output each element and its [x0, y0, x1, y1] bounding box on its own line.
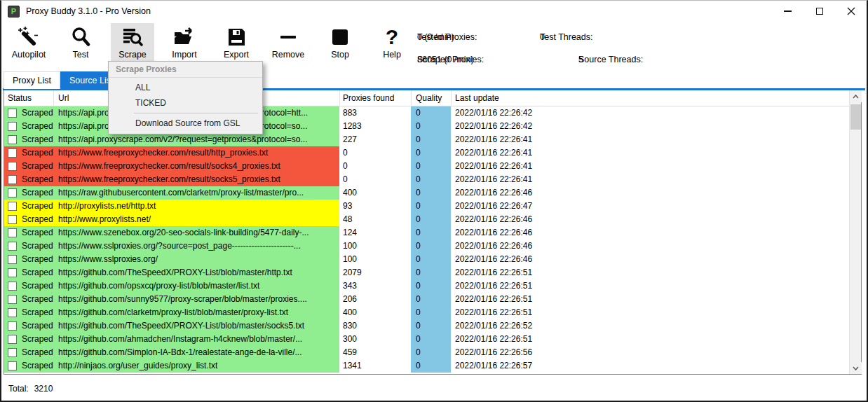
- row-last-update: 2022/01/16 22:26:51: [455, 334, 532, 344]
- menu-item-all[interactable]: ALL: [109, 80, 262, 95]
- table-row[interactable]: Scraped https://www.freeproxychecker.com…: [4, 160, 849, 173]
- row-checkbox[interactable]: [8, 228, 17, 237]
- row-proxies-found: 883: [343, 108, 357, 118]
- menu-item-ticked[interactable]: TICKED: [109, 95, 262, 111]
- row-status-label: Scraped: [22, 241, 53, 251]
- scrape-dropdown-menu: Scrape Proxies ALL TICKED Download Sourc…: [108, 61, 263, 134]
- row-status-label: Scraped: [22, 254, 53, 264]
- total-count: Total:3210: [8, 384, 53, 394]
- table-row[interactable]: Scraped https://github.com/opsxcq/proxy-…: [4, 279, 849, 293]
- row-checkbox[interactable]: [8, 109, 17, 118]
- row-last-update: 2022/01/16 22:26:56: [455, 347, 532, 357]
- row-checkbox[interactable]: [8, 282, 17, 291]
- table-row[interactable]: Scraped https://www.szenebox.org/20-seo-…: [4, 226, 849, 240]
- test-button[interactable]: Test: [59, 23, 102, 66]
- row-url: https://api.proxyscrape.com/v2/?request=…: [58, 134, 308, 144]
- row-checkbox[interactable]: [8, 188, 17, 197]
- remove-button[interactable]: Remove: [266, 23, 310, 66]
- row-status-label: Scraped: [22, 121, 53, 131]
- column-header-url[interactable]: Url: [58, 93, 69, 103]
- stop-button[interactable]: Stop: [318, 23, 362, 66]
- column-divider: [411, 90, 412, 106]
- export-button[interactable]: Export: [215, 23, 258, 66]
- row-status-label: Scraped: [22, 268, 53, 277]
- vertical-scrollbar[interactable]: [849, 90, 861, 374]
- row-status-label: Scraped: [22, 134, 53, 144]
- scrollbar-thumb[interactable]: [850, 104, 861, 130]
- table-row[interactable]: Scraped https://github.com/TheSpeedX/PRO…: [4, 319, 849, 333]
- menu-item-download-gsl[interactable]: Download Source from GSL: [109, 116, 262, 131]
- scroll-down-button[interactable]: [850, 362, 862, 374]
- row-checkbox[interactable]: [8, 348, 17, 357]
- tab-proxy-list[interactable]: Proxy List: [4, 71, 60, 89]
- row-checkbox[interactable]: [8, 361, 17, 370]
- chevron-down-icon: [853, 366, 859, 370]
- scroll-up-button[interactable]: [850, 90, 862, 102]
- table-row[interactable]: Scraped http://ninjaos.org/user_guides/p…: [4, 359, 849, 373]
- row-last-update: 2022/01/16 22:26:42: [455, 108, 532, 118]
- table-row[interactable]: Scraped https://www.freeproxychecker.com…: [4, 173, 849, 186]
- row-quality: 0: [416, 214, 421, 224]
- row-quality: 0: [416, 121, 421, 131]
- row-checkbox[interactable]: [8, 202, 17, 211]
- row-checkbox[interactable]: [8, 148, 17, 158]
- magic-wand-icon: [18, 23, 40, 51]
- column-header-last-update[interactable]: Last update: [455, 93, 499, 103]
- row-checkbox[interactable]: [8, 255, 17, 264]
- row-checkbox[interactable]: [8, 308, 17, 317]
- row-checkbox[interactable]: [8, 295, 17, 304]
- row-quality: 0: [416, 148, 421, 158]
- table-row[interactable]: Scraped https://github.com/ahmadchen/Ins…: [4, 333, 849, 346]
- row-quality: 0: [416, 361, 421, 370]
- help-button[interactable]: ? Help: [370, 23, 414, 66]
- table-row[interactable]: Scraped https://github.com/TheSpeedX/PRO…: [4, 266, 849, 279]
- table-row[interactable]: Scraped https://www.sslproxies.org/ 100 …: [4, 253, 849, 266]
- table-row[interactable]: Scraped https://github.com/sunny9577/pro…: [4, 293, 849, 306]
- row-checkbox[interactable]: [8, 268, 17, 277]
- table-row[interactable]: Scraped http://www.proxylists.net/ 48 0 …: [4, 213, 849, 226]
- autopilot-button[interactable]: Autopilot: [7, 23, 50, 66]
- row-checkbox[interactable]: [8, 242, 17, 251]
- row-checkbox[interactable]: [8, 122, 17, 131]
- row-quality: 0: [416, 161, 421, 171]
- table-row[interactable]: Scraped https://github.com/Simplon-IA-Bd…: [4, 346, 849, 359]
- row-checkbox[interactable]: [8, 175, 17, 184]
- row-last-update: 2022/01/16 22:26:51: [455, 294, 532, 304]
- minimize-button[interactable]: [772, 1, 803, 22]
- column-header-status[interactable]: Status: [8, 93, 32, 103]
- column-header-quality[interactable]: Quality: [416, 93, 442, 103]
- row-proxies-found: 1341: [343, 361, 362, 370]
- row-url: https://github.com/Simplon-IA-Bdx-1/real…: [58, 347, 302, 357]
- import-button[interactable]: Import: [163, 23, 206, 66]
- table-row[interactable]: Scraped http://proxylists.net/http.txt 9…: [4, 200, 849, 213]
- row-checkbox[interactable]: [8, 135, 17, 144]
- row-last-update: 2022/01/16 22:26:51: [455, 268, 532, 277]
- row-status-label: Scraped: [22, 281, 53, 291]
- row-last-update: 2022/01/16 22:26:41: [455, 134, 532, 144]
- row-checkbox[interactable]: [8, 335, 17, 344]
- scrape-button[interactable]: Scrape: [111, 23, 154, 66]
- table-body: Scraped https://api.proxyscrape.com/v2/?…: [4, 106, 849, 373]
- table-row[interactable]: Scraped https://www.freeproxychecker.com…: [4, 146, 849, 160]
- row-quality: 0: [416, 254, 421, 264]
- row-last-update: 2022/01/16 22:26:42: [455, 121, 532, 131]
- close-button[interactable]: [835, 1, 867, 22]
- row-status-label: Scraped: [22, 334, 53, 344]
- row-checkbox[interactable]: [8, 162, 17, 171]
- row-checkbox[interactable]: [8, 321, 17, 331]
- window-title: Proxy Buddy 3.1.0 - Pro Version: [26, 6, 151, 16]
- row-last-update: 2022/01/16 22:26:46: [455, 214, 532, 224]
- row-status-label: Scraped: [22, 161, 53, 171]
- table-row[interactable]: Scraped https://api.proxyscrape.com/v2/?…: [4, 133, 849, 146]
- table-row[interactable]: Scraped https://www.sslproxies.org/?sour…: [4, 240, 849, 253]
- table-row[interactable]: Scraped https://github.com/clarketm/prox…: [4, 306, 849, 319]
- row-url: http://www.proxylists.net/: [58, 214, 151, 224]
- maximize-button[interactable]: [803, 1, 835, 22]
- source-threads-label: Source Threads:: [578, 55, 643, 64]
- row-checkbox[interactable]: [8, 215, 17, 224]
- table-row[interactable]: Scraped https://raw.githubusercontent.co…: [4, 186, 849, 200]
- row-quality: 0: [416, 268, 421, 277]
- row-proxies-found: 206: [343, 294, 357, 304]
- column-header-proxies-found[interactable]: Proxies found: [343, 93, 394, 103]
- row-status-label: Scraped: [22, 347, 53, 357]
